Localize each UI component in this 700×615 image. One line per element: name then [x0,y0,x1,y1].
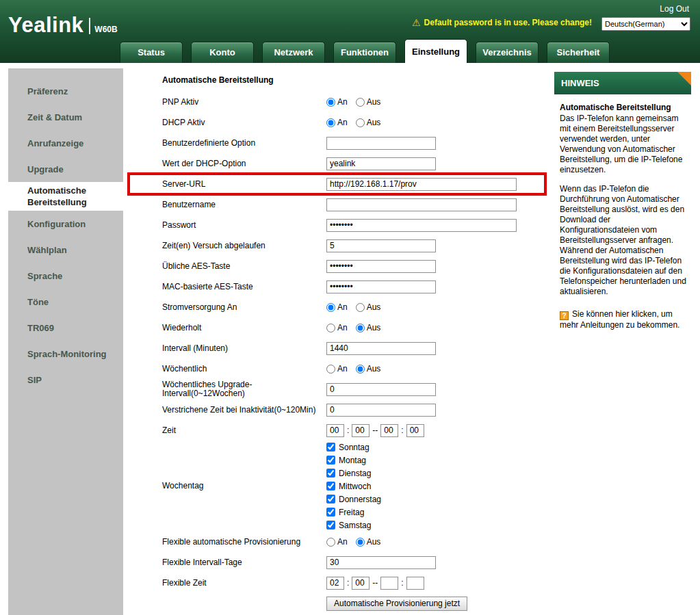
stromversorgung-an-radio-input-an[interactable] [326,303,335,312]
dhcp-aktiv-radio-an[interactable]: An [326,118,348,127]
flexible-zeit-separator-3: : [401,578,403,588]
wochentag-checkbox-dienstag[interactable] [326,469,335,477]
zeit-input-4[interactable] [406,424,424,437]
sidebar-item-sip[interactable]: SIP [8,367,123,393]
wiederholt-radio-input-an[interactable] [326,324,335,332]
flexible-zeit-input-2[interactable] [352,577,370,590]
sidebar-item-sprache[interactable]: Sprache [8,263,123,289]
sidebar-item-tr069[interactable]: TR069 [8,315,123,341]
pnp-aktiv-row: PNP AktivAnAus [162,92,544,112]
stromversorgung-an-label: Stromversorgung An [162,303,326,312]
wochentag-checkbox-sonntag[interactable] [326,443,335,452]
passwort-input[interactable] [326,219,517,232]
benutzername-label: Benutzername [162,200,326,209]
dhcp-aktiv-radio-input-aus[interactable] [356,118,365,127]
wochentag-checkbox-montag[interactable] [326,456,335,464]
stromversorgung-an-radio-input-aus[interactable] [356,303,365,312]
benutzerdefinierte-option-row: Benutzerdefinierte Option [162,133,544,153]
sidebar-item-anrufanzeige[interactable]: Anrufanzeige [8,130,123,156]
flexible-automatische-provisionierung-radio-input-an[interactable] [326,538,335,547]
woechentlich-radio-input-an[interactable] [326,365,335,374]
pnp-aktiv-radio-aus[interactable]: Aus [356,97,381,107]
sidebar-item-konfiguration[interactable]: Konfiguration [8,211,123,237]
language-select[interactable]: Deutsch(German) [601,17,690,31]
benutzername-row: Benutzername [162,194,544,215]
woechentlich-radio-input-aus[interactable] [356,365,365,374]
tab-netzwerk[interactable]: Netzwerk [262,42,325,63]
wochentag-option-samstag[interactable]: Samstag [326,519,381,532]
stromversorgung-an-radio-an[interactable]: An [326,302,348,312]
server-url-row: Server-URL [162,174,544,194]
flexible-automatische-provisionierung-radio-aus[interactable]: Aus [356,537,381,547]
wochentag-checkbox-mittwoch[interactable] [326,482,335,490]
tab-sicherheit[interactable]: Sicherheit [547,42,610,63]
wochentag-checkbox-donnerstag[interactable] [326,495,335,503]
uebliche-aes-taste-input[interactable] [326,260,436,273]
wochentag-option-dienstag[interactable]: Dienstag [326,467,381,480]
wochentag-option-montag[interactable]: Montag [326,454,381,467]
woechentliches-upgrade-intervall-input[interactable] [326,383,436,396]
flexible-automatische-provisionierung-radio-input-aus[interactable] [356,538,365,547]
tab-einstellung[interactable]: Einstellung [404,39,467,63]
wochentag-option-donnerstag[interactable]: Donnerstag [326,493,381,506]
woechentliches-upgrade-intervall-label: Wöchentliches Upgrade-Intervall(0~12Woch… [162,380,326,398]
dhcp-aktiv-control: AnAus [326,118,380,127]
sidebar-item-w-hlplan[interactable]: Wählplan [8,237,123,263]
passwort-label: Passwort [162,221,326,230]
pnp-aktiv-radio-input-aus[interactable] [356,98,365,107]
intervall-minuten-control [326,342,436,355]
passwort-row: Passwort [162,215,544,235]
woechentlich-radio-an[interactable]: An [326,364,348,374]
flexible-zeit-separator-2: -- [372,578,378,588]
benutzername-input[interactable] [326,198,517,211]
verstrichene-zeit-inaktivitaet-input[interactable] [326,404,436,417]
zeit-input-3[interactable] [380,424,398,437]
zeit-input-1[interactable] [326,424,344,437]
sidebar-item-sprach-monitoring[interactable]: Sprach-Monitoring [8,341,123,367]
dhcp-aktiv-radio-aus[interactable]: Aus [356,118,381,127]
tab-funktionen[interactable]: Funktionen [333,42,396,63]
server-url-label: Server-URL [162,180,326,189]
help-icon[interactable]: ? [560,311,569,320]
pnp-aktiv-radio-input-an[interactable] [326,98,335,107]
wochentag-option-freitag[interactable]: Freitag [326,506,381,519]
mac-basierte-aes-taste-label: MAC-basierte AES-Taste [162,283,326,291]
pnp-aktiv-radio-an[interactable]: An [326,97,348,107]
wochentag-checkbox-samstag[interactable] [326,521,335,529]
tab-verzeichnis[interactable]: Verzeichnis [476,42,539,63]
dhcp-aktiv-radio-input-an[interactable] [326,118,335,127]
intervall-minuten-input[interactable] [326,342,436,355]
flexible-zeit-input-4[interactable] [406,577,424,590]
wochentag-checkbox-freitag[interactable] [326,508,335,516]
wiederholt-radio-aus[interactable]: Aus [356,323,381,332]
sidebar-item-pr-ferenz[interactable]: Präferenz [8,78,123,104]
tab-bar: StatusKontoNetzwerkFunktionenEinstellung… [120,39,610,63]
auto-provision-now-button[interactable]: Automatische Provisionierung jetzt [326,597,467,611]
wiederholt-radio-an[interactable]: An [326,323,348,332]
logo-divider [89,18,90,34]
woechentlich-label: Wöchentlich [162,365,326,374]
stromversorgung-an-radio-aus[interactable]: Aus [356,302,381,312]
flexible-zeit-input-3[interactable] [380,577,398,590]
sidebar-item-t-ne[interactable]: Töne [8,289,123,315]
flexible-automatische-provisionierung-radio-an[interactable]: An [326,537,348,547]
woechentlich-radio-aus[interactable]: Aus [356,364,381,374]
versuch-abgelaufen-input[interactable] [326,239,436,252]
sidebar-item-automatische-bereitstellung[interactable]: Automatische Bereitstellung [8,182,127,211]
wiederholt-radio-input-aus[interactable] [356,324,365,332]
tab-status[interactable]: Status [120,42,183,63]
logout-link[interactable]: Log Out [660,4,689,14]
wochentag-option-sonntag[interactable]: Sonntag [326,441,381,454]
uebliche-aes-taste-control [326,260,436,273]
tab-konto[interactable]: Konto [191,42,254,63]
server-url-input[interactable] [326,178,517,191]
sidebar-item-zeit-datum[interactable]: Zeit & Datum [8,104,123,130]
benutzerdefinierte-option-input[interactable] [326,137,436,150]
wochentag-option-mittwoch[interactable]: Mittwoch [326,480,381,493]
wert-der-dhcp-option-input[interactable] [326,157,436,170]
flexible-zeit-input-1[interactable] [326,577,344,590]
mac-basierte-aes-taste-input[interactable] [326,280,436,293]
zeit-input-2[interactable] [352,424,370,437]
sidebar-item-upgrade[interactable]: Upgrade [8,156,123,182]
flexible-intervall-tage-input[interactable] [326,556,436,569]
